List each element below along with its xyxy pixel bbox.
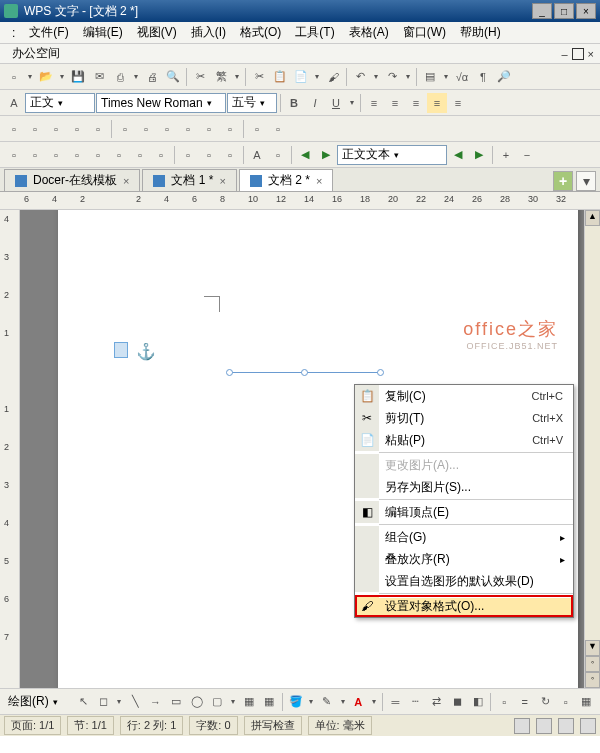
- ruler-horizontal[interactable]: 6422468101214161820222426283032: [0, 192, 600, 210]
- context-menu-item[interactable]: 设置自选图形的默认效果(D): [355, 570, 573, 592]
- ruler-vertical[interactable]: 43211234567: [0, 210, 20, 688]
- save-icon[interactable]: 💾: [68, 67, 88, 87]
- scroll-next-icon[interactable]: ◦: [585, 672, 600, 688]
- mdi-window-icon[interactable]: [572, 48, 584, 60]
- arrow-icon[interactable]: →: [146, 692, 166, 712]
- out-h[interactable]: ▫: [151, 145, 171, 165]
- context-menu-item[interactable]: ✂剪切(T)Ctrl+X: [355, 407, 573, 429]
- redo-dropdown[interactable]: ▾: [403, 72, 413, 81]
- open-icon[interactable]: 📂: [36, 67, 56, 87]
- ex1-i[interactable]: ▫: [178, 119, 198, 139]
- fan-dropdown[interactable]: ▾: [232, 72, 242, 81]
- textbox-dropdown[interactable]: ▾: [228, 697, 238, 706]
- tab-doc2[interactable]: 文档 2 * ×: [239, 169, 333, 191]
- scroll-track[interactable]: [585, 226, 600, 640]
- autoshapes-dropdown[interactable]: ▾: [115, 697, 125, 706]
- tab-doc1[interactable]: 文档 1 * ×: [142, 169, 236, 191]
- restore-button[interactable]: □: [554, 3, 574, 19]
- context-menu-item[interactable]: 📄粘贴(P)Ctrl+V: [355, 429, 573, 451]
- cut-icon[interactable]: ✂: [190, 67, 210, 87]
- view-web-icon[interactable]: [580, 718, 596, 734]
- tab-close-icon[interactable]: ×: [316, 175, 322, 187]
- minimize-button[interactable]: _: [532, 3, 552, 19]
- ex1-m[interactable]: ▫: [268, 119, 288, 139]
- menu-window[interactable]: 窗口(W): [397, 22, 452, 43]
- menu-edit[interactable]: 编辑(E): [77, 22, 129, 43]
- ex1-a[interactable]: ▫: [4, 119, 24, 139]
- wordart-icon[interactable]: ▦: [259, 692, 279, 712]
- email-icon[interactable]: ✉: [89, 67, 109, 87]
- open-dropdown[interactable]: ▾: [57, 72, 67, 81]
- bold-button[interactable]: B: [284, 93, 304, 113]
- align-center-icon[interactable]: ≡: [385, 93, 405, 113]
- new-doc-dropdown[interactable]: ▾: [25, 72, 35, 81]
- context-menu-item[interactable]: 🖌设置对象格式(O)...: [355, 595, 573, 617]
- view-normal-icon[interactable]: [514, 718, 530, 734]
- out-l[interactable]: A: [247, 145, 267, 165]
- fan-button[interactable]: 繁: [211, 67, 231, 87]
- context-menu-item[interactable]: 📋复制(C)Ctrl+C: [355, 385, 573, 407]
- resize-handle[interactable]: [301, 369, 308, 376]
- line-icon[interactable]: ╲: [125, 692, 145, 712]
- out-d[interactable]: ▫: [67, 145, 87, 165]
- out-minus[interactable]: −: [517, 145, 537, 165]
- out-plus[interactable]: +: [496, 145, 516, 165]
- format-painter-icon[interactable]: 🖌: [323, 67, 343, 87]
- export-dropdown[interactable]: ▾: [131, 72, 141, 81]
- context-menu-item[interactable]: ◧编辑顶点(E): [355, 501, 573, 523]
- ex1-h[interactable]: ▫: [157, 119, 177, 139]
- oval-icon[interactable]: ◯: [187, 692, 207, 712]
- close-button[interactable]: ×: [576, 3, 596, 19]
- dash-style-icon[interactable]: ┄: [406, 692, 426, 712]
- align-justify-icon[interactable]: ≡: [427, 93, 447, 113]
- 3d-icon[interactable]: ◧: [468, 692, 488, 712]
- redo-icon[interactable]: ↷: [382, 67, 402, 87]
- autoshapes-icon[interactable]: ◻: [94, 692, 114, 712]
- office-space[interactable]: 办公空间: [6, 43, 66, 64]
- nav-left-icon[interactable]: ◀: [295, 145, 315, 165]
- undo-icon[interactable]: ↶: [350, 67, 370, 87]
- out-i[interactable]: ▫: [178, 145, 198, 165]
- style-pane-icon[interactable]: A: [4, 93, 24, 113]
- copy-icon[interactable]: 📋: [270, 67, 290, 87]
- ex1-d[interactable]: ▫: [67, 119, 87, 139]
- style-combo[interactable]: 正文▾: [25, 93, 95, 113]
- ex1-k[interactable]: ▫: [220, 119, 240, 139]
- out-m[interactable]: ▫: [268, 145, 288, 165]
- doc-map-dropdown[interactable]: ▾: [441, 72, 451, 81]
- wps-menu[interactable]: :: [6, 24, 21, 42]
- ex1-e[interactable]: ▫: [88, 119, 108, 139]
- scroll-up-icon[interactable]: ▲: [585, 210, 600, 226]
- vertical-scrollbar[interactable]: ▲ ▼ ◦ ◦: [584, 210, 600, 688]
- view-page-icon[interactable]: [558, 718, 574, 734]
- doc-map-icon[interactable]: ▤: [420, 67, 440, 87]
- insert-pic-icon[interactable]: ▦: [239, 692, 259, 712]
- out-a[interactable]: ▫: [4, 145, 24, 165]
- font-color-dropdown[interactable]: ▾: [369, 697, 379, 706]
- mdi-close[interactable]: ×: [588, 48, 594, 60]
- textbox-icon[interactable]: ▢: [207, 692, 227, 712]
- group-icon[interactable]: ▫: [556, 692, 576, 712]
- ex1-b[interactable]: ▫: [25, 119, 45, 139]
- selected-shape[interactable]: [230, 372, 380, 376]
- status-unit[interactable]: 单位: 毫米: [308, 716, 372, 735]
- ex1-f[interactable]: ▫: [115, 119, 135, 139]
- menu-help[interactable]: 帮助(H): [454, 22, 507, 43]
- align-dist-icon[interactable]: ≡: [448, 93, 468, 113]
- tab-close-icon[interactable]: ×: [123, 175, 129, 187]
- ex1-l[interactable]: ▫: [247, 119, 267, 139]
- out-f[interactable]: ▫: [109, 145, 129, 165]
- tab-close-icon[interactable]: ×: [219, 175, 225, 187]
- out-c[interactable]: ▫: [46, 145, 66, 165]
- context-menu-item[interactable]: 叠放次序(R)▸: [355, 548, 573, 570]
- ex1-c[interactable]: ▫: [46, 119, 66, 139]
- mdi-dash[interactable]: –: [561, 48, 567, 60]
- out-e[interactable]: ▫: [88, 145, 108, 165]
- out-j[interactable]: ▫: [199, 145, 219, 165]
- line-color-icon[interactable]: ✎: [317, 692, 337, 712]
- undo-dropdown[interactable]: ▾: [371, 72, 381, 81]
- status-spell[interactable]: 拼写检查: [244, 716, 302, 735]
- paste-dropdown[interactable]: ▾: [312, 72, 322, 81]
- font-combo[interactable]: Times New Roman▾: [96, 93, 226, 113]
- export-pdf-icon[interactable]: ⎙: [110, 67, 130, 87]
